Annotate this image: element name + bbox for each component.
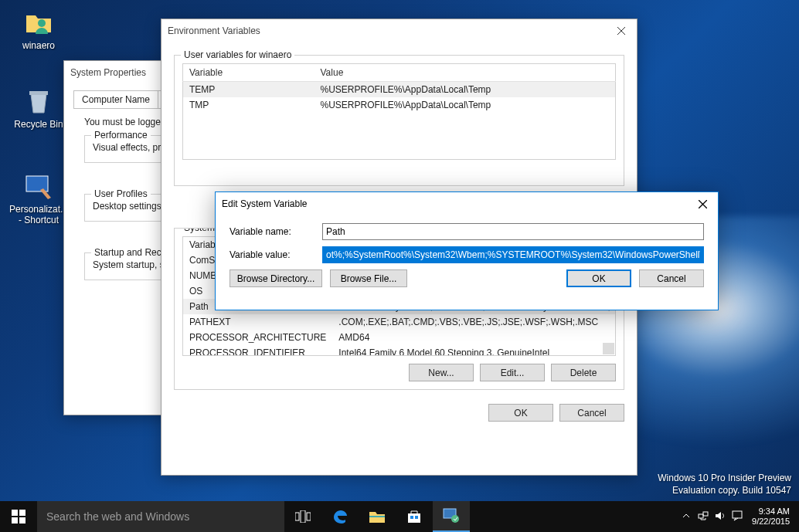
col-header-variable[interactable]: Variable [183, 64, 314, 82]
close-button[interactable] [692, 195, 713, 212]
cancel-button[interactable]: Cancel [559, 404, 624, 422]
scroll-corner[interactable] [603, 343, 614, 354]
svg-rect-4 [19, 510, 26, 516]
search-placeholder: Search the web and Windows [46, 510, 189, 523]
file-explorer-icon[interactable] [359, 501, 396, 532]
task-view-button[interactable] [284, 501, 321, 532]
cancel-button[interactable]: Cancel [639, 269, 704, 287]
variable-value-input[interactable] [322, 246, 704, 263]
desktop-icon-winaero[interactable]: winaero [9, 6, 68, 51]
svg-rect-2 [26, 176, 48, 191]
variable-value-label: Variable value: [230, 249, 322, 260]
desktop-icon-label: Personalizat... - Shortcut [9, 204, 68, 225]
window-title: Environment Variables [168, 25, 260, 36]
recycle-bin-icon [23, 85, 54, 116]
svg-rect-6 [19, 517, 26, 524]
svg-rect-17 [733, 511, 742, 518]
window-title: Edit System Variable [222, 198, 308, 209]
table-row[interactable]: PROCESSOR_ARCHITECTUREAMD64 [183, 330, 616, 345]
svg-rect-10 [369, 516, 385, 517]
user-vars-table[interactable]: VariableValue TEMP%USERPROFILE%\AppData\… [182, 63, 616, 160]
desktop-icon-personalization[interactable]: Personalizat... - Shortcut [9, 170, 68, 225]
user-folder-icon [23, 6, 54, 37]
svg-rect-9 [307, 513, 311, 520]
edit-system-variable-window: Edit System Variable Variable name: Vari… [215, 191, 719, 310]
svg-rect-7 [295, 513, 299, 520]
browse-directory-button[interactable]: Browse Directory... [230, 269, 322, 287]
svg-rect-1 [29, 91, 48, 95]
group-legend: Performance [91, 130, 151, 141]
desktop-icon-label: Recycle Bin [9, 119, 68, 130]
group-legend: User Profiles [91, 188, 151, 199]
col-header-value[interactable]: Value [314, 64, 616, 82]
close-button[interactable] [610, 22, 632, 39]
tray-action-center-icon[interactable] [729, 510, 746, 523]
store-icon[interactable] [396, 501, 433, 532]
desktop-icon-label: winaero [9, 40, 68, 51]
window-title: System Properties [70, 67, 146, 78]
svg-rect-12 [415, 516, 418, 519]
svg-rect-15 [699, 514, 703, 518]
table-row[interactable]: TEMP%USERPROFILE%\AppData\Local\Temp [183, 82, 616, 98]
desktop-icon-recycle-bin[interactable]: Recycle Bin [9, 85, 68, 130]
table-row[interactable]: PROCESSOR_IDENTIFIERIntel64 Family 6 Mod… [183, 345, 616, 356]
svg-rect-11 [410, 516, 413, 519]
personalization-icon [23, 170, 54, 201]
ok-button[interactable]: OK [488, 404, 553, 422]
titlebar[interactable]: Edit System Variable [216, 192, 718, 215]
table-row[interactable]: TMP%USERPROFILE%\AppData\Local\Temp [183, 97, 616, 113]
running-app-icon[interactable] [433, 501, 470, 532]
tab-computer-name[interactable]: Computer Name [73, 90, 158, 108]
svg-point-0 [38, 19, 46, 27]
ok-button[interactable]: OK [566, 269, 631, 287]
svg-point-14 [451, 515, 459, 523]
tray-volume-icon[interactable] [712, 510, 729, 523]
browse-file-button[interactable]: Browse File... [330, 269, 407, 287]
table-row[interactable]: PATHEXT.COM;.EXE;.BAT;.CMD;.VBS;.VBE;.JS… [183, 314, 616, 330]
titlebar[interactable]: Environment Variables [162, 19, 637, 42]
svg-rect-16 [703, 512, 708, 516]
user-vars-legend: User variables for winaero [181, 49, 294, 60]
svg-rect-5 [12, 517, 18, 524]
edge-icon[interactable] [321, 501, 359, 532]
system-tray: 9:34 AM 9/22/2015 [678, 501, 799, 532]
svg-rect-8 [301, 510, 305, 523]
watermark: Windows 10 Pro Insider Preview Evaluatio… [658, 472, 791, 496]
clock[interactable]: 9:34 AM 9/22/2015 [746, 507, 796, 527]
edit-button[interactable]: Edit... [480, 364, 545, 381]
tray-chevron-icon[interactable] [678, 512, 695, 521]
tray-network-icon[interactable] [695, 510, 712, 523]
svg-rect-3 [12, 510, 18, 516]
start-button[interactable] [0, 501, 37, 532]
delete-button[interactable]: Delete [551, 364, 616, 381]
variable-name-input[interactable] [322, 223, 704, 240]
taskbar: Search the web and Windows [0, 501, 799, 532]
new-button[interactable]: New... [409, 364, 474, 381]
variable-name-label: Variable name: [230, 226, 322, 237]
search-box[interactable]: Search the web and Windows [37, 501, 284, 532]
